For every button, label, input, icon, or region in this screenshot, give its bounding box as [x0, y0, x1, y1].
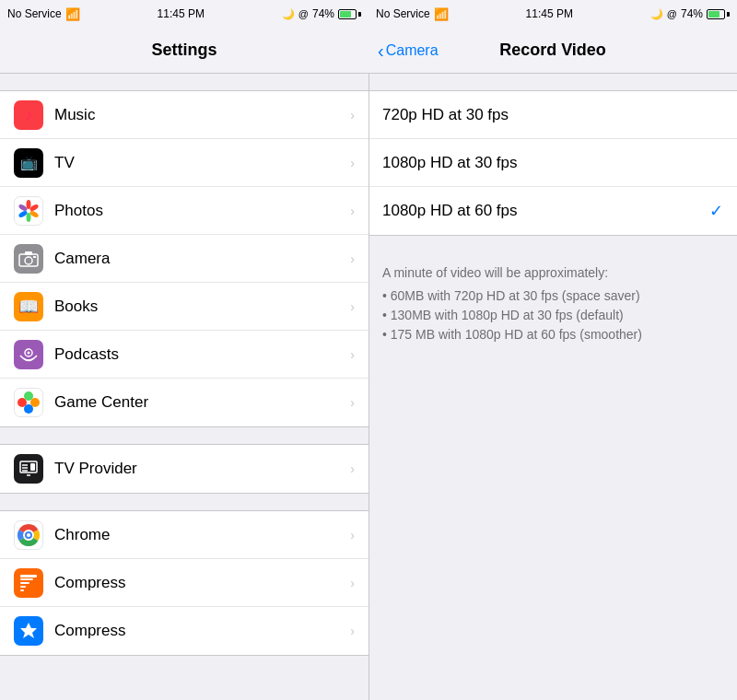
video-option-1080p60[interactable]: 1080p HD at 60 fps ✓	[368, 187, 737, 235]
svg-rect-29	[20, 582, 29, 584]
books-label: Books	[54, 298, 343, 316]
books-app-icon: 📖	[14, 292, 43, 321]
back-label: Camera	[386, 42, 439, 59]
photos-chevron-icon: ›	[350, 204, 355, 218]
photos-pinwheel-icon	[16, 198, 41, 224]
panel-divider	[368, 0, 369, 700]
tvprovider-label: TV Provider	[54, 460, 343, 478]
video-option-720p30[interactable]: 720p HD at 30 fps	[368, 91, 737, 139]
gamecenter-label: Game Center	[54, 393, 343, 412]
camera-icon-svg	[18, 251, 39, 267]
video-info-item-2: • 130MB with 1080p HD at 30 fps (default…	[382, 306, 723, 325]
video-option-1080p30-label: 1080p HD at 30 fps	[382, 154, 723, 172]
wifi-icon-left: 📶	[65, 7, 80, 21]
podcasts-label: Podcasts	[54, 345, 343, 364]
svg-point-8	[25, 257, 32, 264]
svg-point-4	[27, 213, 31, 222]
camera-chevron-icon: ›	[350, 251, 355, 266]
compress1-app-icon	[14, 568, 43, 598]
battery-pct-left: 74%	[312, 7, 334, 20]
chrome-app-icon	[14, 520, 43, 550]
settings-row-tvprovider[interactable]: TV Provider ›	[0, 445, 368, 493]
tvprovider-settings-group: TV Provider ›	[0, 444, 368, 494]
music-label: Music	[54, 106, 343, 124]
video-option-1080p60-label: 1080p HD at 60 fps	[382, 202, 709, 220]
podcasts-chevron-icon: ›	[350, 347, 355, 362]
compress1-chevron-icon: ›	[350, 576, 355, 590]
apps-settings-group: Chrome › Compress ›	[0, 510, 368, 656]
checkmark-icon: ✓	[709, 201, 723, 221]
status-bar-right: No Service 📶 11:45 PM 🌙 @ 74%	[368, 0, 737, 28]
podcasts-icon-svg	[18, 344, 39, 365]
location-icon-left: @	[298, 8, 309, 19]
battery-pct-right: 74%	[681, 7, 703, 20]
settings-row-camera[interactable]: Camera ›	[0, 235, 368, 283]
video-info-box: A minute of video will be approximately:…	[368, 252, 737, 356]
status-bar-left: No Service 📶 11:45 PM 🌙 @ 74%	[0, 0, 368, 28]
settings-row-gamecenter[interactable]: Game Center ›	[0, 379, 368, 426]
tv-icon-inner: 📺	[20, 155, 38, 171]
music-app-icon: ♪	[14, 100, 43, 130]
battery-icon-right	[707, 9, 730, 19]
nav-bar-left: Settings	[0, 28, 368, 74]
gamecenter-icon-svg	[16, 390, 41, 415]
time-left: 11:45 PM	[158, 7, 205, 20]
settings-row-compress2[interactable]: Compress ›	[0, 607, 368, 655]
music-chevron-icon: ›	[350, 108, 355, 122]
time-right: 11:45 PM	[526, 7, 573, 20]
video-info-item-1: • 60MB with 720p HD at 30 fps (space sav…	[382, 286, 723, 306]
gamecenter-chevron-icon: ›	[350, 395, 355, 410]
battery-icon-left	[338, 9, 361, 19]
settings-row-music[interactable]: ♪ Music ›	[0, 91, 368, 139]
settings-row-chrome[interactable]: Chrome ›	[0, 511, 368, 559]
tvprovider-icon-svg	[18, 459, 39, 479]
tvprovider-app-icon	[14, 454, 43, 484]
video-option-1080p30[interactable]: 1080p HD at 30 fps	[368, 139, 737, 187]
tvprovider-chevron-icon: ›	[350, 461, 355, 476]
compress1-icon-svg	[18, 573, 39, 593]
record-video-title: Record Video	[499, 41, 606, 60]
svg-rect-21	[30, 463, 35, 471]
left-panel: ♪ Music › 📺 TV ›	[0, 74, 368, 700]
svg-point-1	[27, 200, 31, 209]
compress2-app-icon	[14, 616, 43, 646]
camera-label: Camera	[54, 250, 343, 268]
svg-marker-32	[20, 623, 37, 638]
compress2-label: Compress	[54, 622, 343, 640]
svg-rect-31	[20, 589, 24, 591]
books-icon-inner: 📖	[18, 297, 39, 317]
svg-point-16	[24, 404, 33, 414]
moon-icon-right: 🌙	[650, 8, 663, 20]
back-arrow-icon: ‹	[378, 41, 384, 60]
compress2-chevron-icon: ›	[350, 624, 355, 638]
settings-row-photos[interactable]: Photos ›	[0, 187, 368, 235]
tv-chevron-icon: ›	[350, 156, 355, 170]
tv-label: TV	[54, 154, 343, 172]
svg-rect-9	[25, 251, 32, 255]
settings-title: Settings	[151, 41, 216, 60]
photos-app-icon	[14, 196, 43, 226]
carrier-left: No Service	[7, 7, 62, 20]
camera-app-icon	[14, 244, 43, 274]
settings-row-compress1[interactable]: Compress ›	[0, 559, 368, 607]
right-panel: 720p HD at 30 fps 1080p HD at 30 fps 108…	[368, 74, 737, 700]
compress2-icon-svg	[18, 621, 39, 641]
svg-rect-28	[20, 578, 33, 580]
nav-bar-right: ‹ Camera Record Video	[368, 28, 737, 74]
books-chevron-icon: ›	[350, 299, 355, 314]
chrome-chevron-icon: ›	[350, 528, 355, 542]
podcasts-app-icon	[14, 340, 43, 369]
settings-row-books[interactable]: 📖 Books ›	[0, 283, 368, 331]
music-note-icon: ♪	[24, 104, 33, 125]
location-icon-right: @	[667, 8, 677, 19]
chrome-label: Chrome	[54, 526, 343, 544]
video-info-title: A minute of video will be approximately:	[382, 263, 723, 283]
tv-app-icon: 📺	[14, 148, 43, 178]
back-button[interactable]: ‹ Camera	[378, 41, 439, 60]
chrome-icon-svg	[16, 522, 41, 548]
svg-rect-27	[20, 575, 37, 578]
svg-rect-10	[33, 256, 36, 258]
settings-row-tv[interactable]: 📺 TV ›	[0, 139, 368, 187]
settings-row-podcasts[interactable]: Podcasts ›	[0, 331, 368, 379]
svg-point-12	[28, 351, 30, 354]
